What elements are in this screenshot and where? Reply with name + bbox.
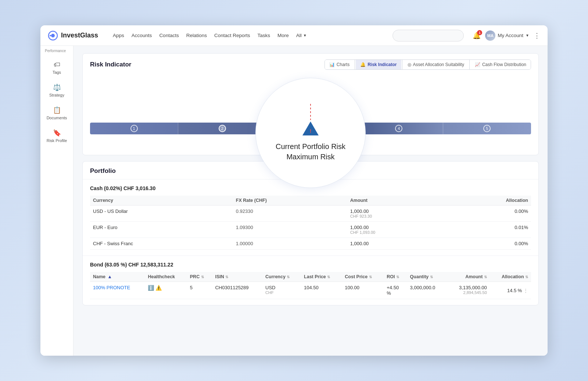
nav-relations[interactable]: Relations (186, 33, 207, 38)
sort-name-icon: ▲ (108, 274, 112, 279)
bond-amount: 3,135,000.002,894,545.50 (447, 282, 490, 299)
currency-usd: USD - US Dollar (90, 206, 233, 222)
chevron-down-icon: ▼ (303, 33, 307, 37)
bond-allocation: 14.5 % ⋮ (490, 282, 531, 299)
nav-apps[interactable]: Apps (113, 33, 124, 38)
sidebar-section-label: Performance (40, 49, 66, 53)
table-row: CHF - Swiss Franc 1.00000 1,000.00 0.00% (90, 238, 531, 250)
col-allocation-bond[interactable]: Allocation ⇅ (490, 272, 531, 282)
col-amount-bond[interactable]: Amount ⇅ (447, 272, 490, 282)
tab-asset-allocation[interactable]: ◎ Asset Allocation Suitability (403, 60, 469, 69)
col-fx-rate: FX Rate (CHF) (233, 196, 347, 206)
col-roi[interactable]: ROI ⇅ (384, 272, 407, 282)
sort-currency-icon: ⇅ (287, 275, 290, 279)
bond-name[interactable]: 100% PRONOTE (90, 282, 145, 299)
allocation-eur: 0.01% (444, 222, 531, 238)
cash-section: Cash (0.02%) CHF 3,016.30 Currency FX Ra… (83, 179, 538, 256)
nav-contacts[interactable]: Contacts (159, 33, 179, 38)
bond-name-link[interactable]: 100% PRONOTE (93, 285, 130, 290)
fx-usd: 0.92330 (233, 206, 347, 222)
notification-badge: 1 (477, 30, 482, 35)
search-input[interactable] (392, 30, 464, 41)
col-last-price[interactable]: Last Price ⇅ (301, 272, 342, 282)
bond-cost-price: 100.00 (342, 282, 384, 299)
risk-indicator-header: Risk Indicator 📊 Charts 🔔 Risk Indicator (83, 54, 538, 74)
tab-risk-indicator[interactable]: 🔔 Risk Indicator (356, 60, 401, 69)
sort-roi-icon: ⇅ (396, 275, 399, 279)
sidebar-item-risk-profile[interactable]: 🔖 Risk Profile (42, 125, 72, 146)
cash-table-header: Currency FX Rate (CHF) Amount Allocation (90, 196, 531, 206)
svg-point-2 (50, 35, 51, 36)
nav-tasks[interactable]: Tasks (257, 33, 270, 38)
bond-roi: +4.50% (384, 282, 407, 299)
risk-segment-2: 2 (178, 123, 266, 134)
chevron-down-icon-account: ▼ (526, 33, 529, 37)
notification-button[interactable]: 🔔 1 (473, 32, 481, 40)
browser-window: InvestGlass Apps Accounts Contacts Relat… (40, 25, 548, 356)
logo[interactable]: InvestGlass (48, 30, 98, 41)
amount-chf: 1,000.00 (347, 238, 444, 250)
risk-icon: 🔔 (360, 62, 366, 67)
col-cost-price[interactable]: Cost Price ⇅ (342, 272, 384, 282)
nav-right: 🔔 1 MA My Account ▼ ⋮ (473, 30, 540, 41)
col-quantity[interactable]: Quantity ⇅ (407, 272, 447, 282)
col-currency-bond[interactable]: Currency ⇅ (262, 272, 301, 282)
sort-isin-icon: ⇅ (225, 275, 228, 279)
sidebar-risk-profile-label: Risk Profile (47, 138, 67, 143)
logo-icon (48, 30, 58, 41)
col-prc[interactable]: PRC ⇅ (187, 272, 212, 282)
tab-cash-flow[interactable]: 📈 Cash Flow Distribution (470, 60, 531, 69)
sidebar-item-documents[interactable]: 📋 Documents (42, 102, 72, 124)
allocation-chf: 0.00% (444, 238, 531, 250)
cash-table-body: USD - US Dollar 0.92330 1,000.00CHF 923.… (90, 206, 531, 250)
row-actions-icon[interactable]: ⋮ (523, 288, 528, 293)
bond-table-body: 100% PRONOTE ℹ️ ⚠️ 5 CH0301125289 (90, 282, 531, 299)
allocation-usd: 0.00% (444, 206, 531, 222)
bond-table: Name ▲ Healthcheck PRC ⇅ ISIN ⇅ Currency… (90, 272, 531, 299)
col-isin[interactable]: ISIN ⇅ (212, 272, 262, 282)
charts-icon: 📊 (329, 62, 335, 67)
sidebar: Performance 🏷 Tags ⚖️ Strategy 📋 Documen… (40, 46, 74, 356)
nav-all[interactable]: All ▼ (296, 33, 307, 38)
sort-prc-icon: ⇅ (201, 275, 204, 279)
zoom-text-line2: Maximum Risk (286, 152, 334, 162)
nav-more[interactable]: More (277, 33, 289, 38)
health-icons: ℹ️ ⚠️ (148, 285, 184, 291)
zoom-text-line1: Current Portfolio Risk (276, 141, 345, 152)
sidebar-item-tags[interactable]: 🏷 Tags (42, 57, 72, 78)
alert-triangle-icon: ⚠️ (155, 285, 162, 291)
bond-health: ℹ️ ⚠️ (145, 282, 187, 299)
col-allocation: Allocation (444, 196, 531, 206)
main-layout: Performance 🏷 Tags ⚖️ Strategy 📋 Documen… (40, 46, 548, 356)
app-name: InvestGlass (61, 32, 98, 39)
bond-table-header: Name ▲ Healthcheck PRC ⇅ ISIN ⇅ Currency… (90, 272, 531, 282)
risk-indicator-title: Risk Indicator (90, 61, 131, 68)
bond-last-price: 104.50 (301, 282, 342, 299)
risk-segment-5: 5 (443, 123, 531, 134)
sort-costprice-icon: ⇅ (369, 275, 372, 279)
segment-4-num: 4 (395, 125, 402, 132)
asset-icon: ◎ (408, 62, 411, 67)
sort-amount-icon: ⇅ (484, 275, 487, 279)
risk-indicator-tabs: 📊 Charts 🔔 Risk Indicator ◎ (325, 59, 531, 70)
bond-quantity: 3,000,000.0 (407, 282, 447, 299)
nav-accounts[interactable]: Accounts (132, 33, 152, 38)
col-amount: Amount (347, 196, 444, 206)
strategy-icon: ⚖️ (53, 83, 61, 91)
sort-alloc-icon: ⇅ (525, 275, 528, 279)
col-currency: Currency (90, 196, 233, 206)
nav-contact-reports[interactable]: Contact Reports (214, 33, 250, 38)
sidebar-item-strategy[interactable]: ⚖️ Strategy (42, 80, 72, 101)
more-options-button[interactable]: ⋮ (534, 32, 540, 40)
tab-divider-3 (469, 60, 470, 69)
bond-prc: 5 (187, 282, 212, 299)
amount-eur: 1,000.00CHF 1,093.00 (347, 222, 444, 238)
tab-charts[interactable]: 📊 Charts (325, 60, 354, 69)
table-row: USD - US Dollar 0.92330 1,000.00CHF 923.… (90, 206, 531, 222)
sort-qty-icon: ⇅ (430, 275, 433, 279)
col-name[interactable]: Name ▲ (90, 272, 145, 282)
fx-chf: 1.00000 (233, 238, 347, 250)
segment-5-num: 5 (483, 125, 491, 132)
my-account-button[interactable]: MA My Account ▼ (485, 30, 529, 41)
documents-icon: 📋 (53, 106, 61, 114)
